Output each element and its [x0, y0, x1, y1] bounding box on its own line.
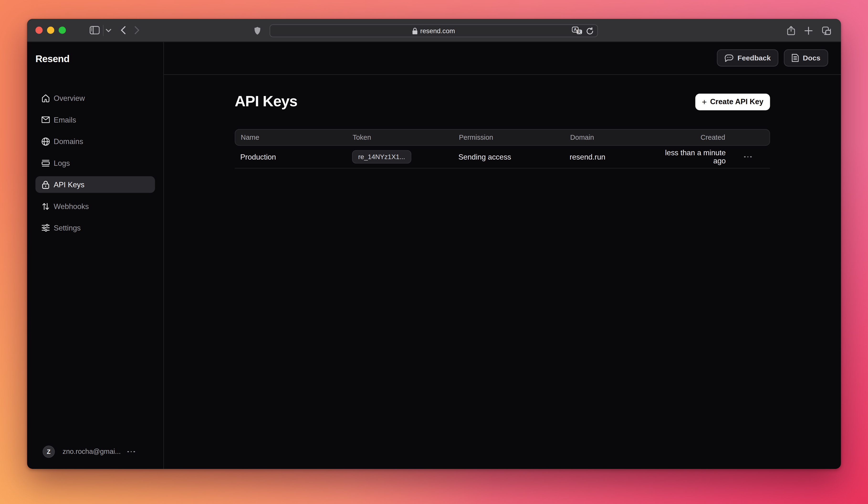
- feedback-button[interactable]: Feedback: [717, 49, 778, 67]
- toggle-sidebar-icon[interactable]: [90, 26, 100, 34]
- traffic-lights: [35, 27, 66, 34]
- resend-app: Resend Overview: [27, 42, 841, 469]
- column-header-permission: Permission: [453, 133, 565, 141]
- plus-icon: +: [702, 97, 707, 106]
- minimize-window-button[interactable]: [47, 27, 54, 34]
- tab-overview-icon[interactable]: [822, 26, 831, 34]
- privacy-shield-icon[interactable]: [254, 19, 261, 42]
- column-header-name: Name: [235, 133, 347, 141]
- sidebar-item-label: Overview: [54, 94, 85, 102]
- sidebar-item-logs[interactable]: Logs: [35, 154, 155, 171]
- lock-icon: [42, 180, 50, 189]
- sidebar-item-label: Logs: [54, 159, 70, 167]
- column-header-created: Created: [656, 133, 725, 141]
- sidebar-item-label: Webhooks: [54, 202, 89, 210]
- docs-label: Docs: [803, 54, 820, 62]
- api-key-domain: resend.run: [564, 153, 655, 161]
- table-row: Production re_14NYz1X1... Sending access…: [235, 146, 770, 168]
- sidebar-item-label: Emails: [54, 115, 76, 124]
- create-api-key-label: Create API Key: [710, 98, 763, 106]
- sidebar-item-label: API Keys: [54, 180, 84, 189]
- table-header: Name Token Permission Domain Created: [235, 129, 770, 146]
- page-title: API Keys: [235, 93, 297, 110]
- sidebar-item-overview[interactable]: Overview: [35, 90, 155, 107]
- toolbar-divider: [103, 24, 104, 36]
- url-text: resend.com: [420, 27, 455, 34]
- logs-icon: [42, 159, 50, 167]
- svg-text:A: A: [574, 27, 577, 32]
- create-api-key-button[interactable]: + Create API Key: [695, 93, 770, 110]
- token-chip[interactable]: re_14NYz1X1...: [352, 150, 411, 164]
- main-area: Feedback Docs: [164, 42, 841, 469]
- close-window-button[interactable]: [35, 27, 42, 34]
- api-keys-table: Name Token Permission Domain Created Pro…: [235, 129, 770, 169]
- feedback-label: Feedback: [737, 54, 771, 62]
- sidebar-item-settings[interactable]: Settings: [35, 220, 155, 236]
- reload-icon[interactable]: [586, 27, 593, 34]
- translate-icon[interactable]: A 文: [572, 27, 582, 35]
- arrows-up-down-icon: [42, 202, 50, 210]
- column-header-domain: Domain: [565, 133, 656, 141]
- new-tab-icon[interactable]: [804, 26, 813, 34]
- sidebar-item-api-keys[interactable]: API Keys: [35, 176, 155, 193]
- desktop: resend.com A 文: [0, 0, 868, 504]
- back-icon[interactable]: [121, 26, 126, 34]
- api-key-created: less than a minute ago: [655, 149, 726, 165]
- api-key-permission: Sending access: [453, 153, 564, 161]
- zoom-window-button[interactable]: [59, 27, 66, 34]
- sidebar-item-webhooks[interactable]: Webhooks: [35, 198, 155, 214]
- globe-icon: [42, 137, 50, 145]
- browser-titlebar: resend.com A 文: [27, 19, 841, 42]
- column-header-token: Token: [347, 133, 453, 141]
- sidebar-item-label: Settings: [54, 224, 81, 232]
- browser-window: resend.com A 文: [27, 19, 841, 469]
- resend-logo: Resend: [35, 53, 163, 65]
- share-icon[interactable]: [787, 26, 795, 35]
- sidebar-item-domains[interactable]: Domains: [35, 133, 155, 150]
- sidebar-nav: Overview Emails: [27, 90, 163, 236]
- main-topbar: Feedback Docs: [164, 42, 841, 75]
- svg-text:文: 文: [577, 30, 581, 34]
- docs-file-icon: [792, 54, 799, 62]
- forward-icon[interactable]: [135, 26, 140, 34]
- sidebar-user: Z zno.rocha@gmai...: [43, 445, 135, 458]
- tab-group-chevron-down-icon[interactable]: [106, 28, 111, 32]
- sidebar-item-emails[interactable]: Emails: [35, 111, 155, 128]
- mail-icon: [42, 116, 50, 123]
- feedback-bubble-icon: [725, 54, 734, 62]
- address-bar[interactable]: resend.com A 文: [270, 24, 598, 37]
- user-email: zno.rocha@gmai...: [62, 448, 121, 455]
- sidebar-item-label: Domains: [54, 137, 83, 145]
- sidebar: Resend Overview: [27, 42, 164, 469]
- home-icon: [42, 94, 50, 102]
- row-menu-ellipsis-icon[interactable]: [744, 156, 752, 158]
- sliders-icon: [42, 224, 50, 231]
- user-menu-ellipsis-icon[interactable]: [127, 451, 135, 452]
- https-lock-icon: [413, 28, 417, 34]
- docs-button[interactable]: Docs: [784, 49, 828, 67]
- avatar[interactable]: Z: [43, 445, 55, 458]
- api-key-name: Production: [235, 153, 347, 161]
